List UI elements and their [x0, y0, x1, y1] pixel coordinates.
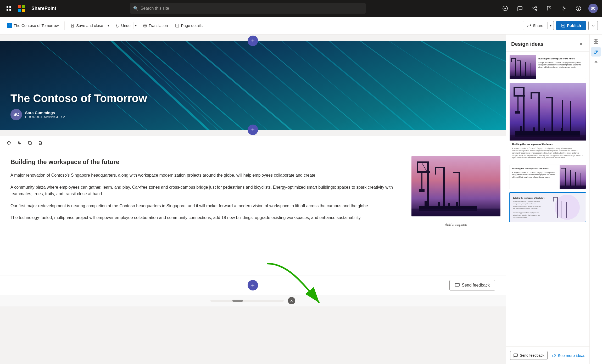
search-bar[interactable]: 🔍: [130, 3, 366, 14]
scroll-close-button[interactable]: ✕: [288, 297, 295, 304]
idea-full-heading-2: Building the workspace of the future: [512, 143, 583, 146]
svg-rect-96: [575, 172, 576, 186]
copy-tool-button[interactable]: [25, 138, 35, 148]
hero-section: The Contoso of Tomorrow SC Sara Cummings…: [0, 41, 506, 130]
avatar[interactable]: SC: [588, 4, 598, 13]
image-caption[interactable]: Add a caption: [445, 223, 467, 227]
svg-rect-117: [596, 42, 598, 43]
content-toolbar: [0, 136, 506, 150]
author-info: Sara Cummings PRODUCT MANAGER 2: [25, 110, 65, 119]
svg-rect-0: [7, 6, 8, 8]
save-close-button[interactable]: Save and close: [68, 22, 106, 29]
help-icon[interactable]: [574, 4, 583, 13]
svg-rect-62: [510, 55, 536, 79]
svg-rect-66: [520, 60, 521, 76]
svg-rect-70: [510, 76, 536, 79]
share-group[interactable]: Share ▾: [523, 21, 554, 30]
undo-button[interactable]: Undo: [113, 22, 133, 29]
app-name: SharePoint: [31, 6, 56, 11]
page-editor[interactable]: +: [0, 35, 506, 364]
delete-tool-button[interactable]: [36, 138, 45, 148]
svg-point-12: [578, 9, 579, 10]
page-details-label: Page details: [181, 23, 203, 28]
svg-rect-84: [570, 101, 571, 133]
design-ideas-panel: Design ideas ✕: [506, 35, 589, 364]
add-section-top-button[interactable]: +: [248, 36, 258, 46]
author-role: PRODUCT MANAGER 2: [25, 115, 65, 119]
design-panel-footer: Send feedback See more ideas: [506, 346, 589, 364]
scroll-thumb: [232, 300, 243, 302]
idea-full-text-2: A major renovation of Contoso's Singapor…: [512, 147, 583, 159]
svg-rect-78: [538, 92, 540, 133]
publish-button[interactable]: Publish: [556, 21, 586, 30]
page-details-button[interactable]: Page details: [172, 22, 205, 29]
coach-icon[interactable]: [500, 4, 510, 13]
settings-tool-button[interactable]: [15, 138, 24, 148]
svg-text:help employees collaborate and: help employees collaborate and create.: [513, 208, 538, 209]
scroll-bar-container[interactable]: ✕: [10, 297, 495, 304]
side-grid-icon[interactable]: [591, 37, 601, 46]
send-feedback-button[interactable]: Send feedback: [449, 280, 495, 290]
design-idea-3[interactable]: Building the workspace of the future A m…: [509, 165, 586, 189]
svg-point-4: [503, 6, 508, 11]
svg-rect-48: [419, 189, 425, 192]
save-close-group[interactable]: Save and close ▾: [68, 22, 111, 29]
side-settings-icon[interactable]: [591, 58, 601, 67]
design-send-feedback-button[interactable]: Send feedback: [510, 351, 548, 360]
content-para-1: A major renovation of Contoso's Singapor…: [10, 172, 393, 179]
svg-rect-91: [510, 135, 586, 141]
svg-text:modernization projects around : modernization projects around the globe,…: [513, 205, 541, 207]
design-panel-close-button[interactable]: ✕: [577, 40, 585, 48]
share-chevron[interactable]: ▾: [548, 22, 554, 29]
collapse-button[interactable]: [588, 21, 598, 30]
translation-button[interactable]: Translation: [140, 22, 171, 29]
idea-thumb-2: [510, 83, 586, 141]
send-feedback-label: Send feedback: [462, 283, 490, 288]
chat-icon[interactable]: [515, 4, 525, 13]
save-close-chevron[interactable]: ▾: [106, 22, 111, 29]
svg-point-39: [18, 142, 19, 143]
svg-rect-65: [511, 59, 512, 62]
toolbar: P The Contoso of Tomorrow Save and close…: [0, 17, 602, 35]
publish-icon: [561, 24, 565, 28]
see-more-ideas-label: See more ideas: [558, 353, 585, 358]
content-para-4: The technology-fueled, multiphase projec…: [10, 214, 393, 221]
svg-rect-75: [514, 95, 525, 97]
share-nav-icon[interactable]: [530, 4, 539, 13]
scroll-bar[interactable]: [210, 300, 284, 302]
idea-heading-3: Building the workspace of the future: [512, 167, 557, 170]
undo-group[interactable]: Undo ▾: [113, 22, 138, 29]
avatar-icon: SC: [10, 109, 22, 120]
move-tool-button[interactable]: [4, 138, 14, 148]
share-button[interactable]: Share: [523, 21, 548, 30]
main-area: +: [0, 35, 602, 364]
flag-icon[interactable]: [544, 4, 554, 13]
gear-icon[interactable]: [559, 4, 568, 13]
add-section-after-hero-button[interactable]: +: [248, 125, 258, 135]
design-ideas-list[interactable]: Building the workspace of the future A m…: [506, 52, 589, 346]
svg-rect-102: [553, 197, 558, 198]
design-idea-4[interactable]: Building the workspace of the future A m…: [509, 192, 586, 222]
svg-point-6: [532, 8, 533, 9]
see-more-ideas-button[interactable]: See more ideas: [551, 352, 585, 359]
svg-rect-58: [456, 202, 458, 207]
side-brush-icon[interactable]: [591, 47, 601, 57]
design-send-feedback-label: Send feedback: [520, 353, 544, 357]
scroll-area: ✕: [0, 295, 506, 306]
svg-rect-87: [533, 127, 535, 132]
svg-rect-90: [561, 128, 562, 132]
add-section-bottom-button[interactable]: +: [248, 280, 258, 290]
design-idea-1[interactable]: Building the workspace of the future A m…: [509, 55, 586, 79]
svg-rect-41: [29, 142, 31, 144]
svg-rect-43: [427, 161, 429, 209]
search-input[interactable]: [130, 3, 366, 14]
undo-chevron[interactable]: ▾: [133, 22, 138, 29]
toolbar-right: Share ▾ Publish: [523, 21, 598, 30]
design-idea-2[interactable]: Building the workspace of the future A m…: [509, 82, 586, 161]
svg-rect-95: [570, 170, 571, 186]
page-icon-item: P The Contoso of Tomorrow: [4, 21, 61, 30]
svg-text:headquarters, along with works: headquarters, along with workspace: [513, 203, 536, 205]
idea-full-content-2: Building the workspace of the future A m…: [510, 141, 586, 161]
svg-rect-105: [566, 202, 567, 218]
grid-icon[interactable]: [4, 4, 14, 13]
